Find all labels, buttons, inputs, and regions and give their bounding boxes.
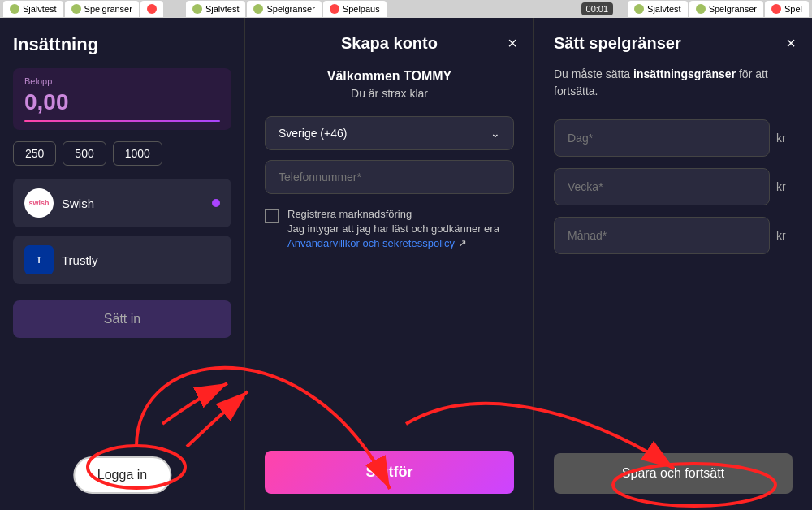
external-link-icon: ↗ — [458, 237, 467, 249]
spel-desc-part1: Du måste sätta — [554, 67, 633, 80]
belopp-label: Belopp — [24, 76, 220, 86]
swish-logo: swish — [24, 188, 54, 218]
belopp-underline — [24, 120, 220, 122]
tab-label-9: Spel — [784, 4, 802, 14]
terms-link[interactable]: Användarvillkor och sekretesspolicy — [287, 237, 455, 249]
trustly-label: Trustly — [62, 253, 97, 267]
dag-unit: kr — [776, 132, 793, 145]
tab-label-5: Spelgränser — [266, 4, 314, 14]
panel-spel-granser: Sätt spelgränser × Du måste sätta insätt… — [534, 18, 812, 510]
tab-spelpaus-2[interactable]: Spelpaus — [323, 1, 387, 17]
marketing-checkbox[interactable] — [265, 209, 279, 223]
tab-spelgranser-2[interactable]: Spelgränser — [247, 1, 321, 17]
tab-spel-3[interactable]: Spel — [765, 1, 809, 17]
spara-och-fortsatt-button[interactable]: Spara och fortsätt — [554, 453, 793, 494]
panel-skapa-konto: Skapa konto × Välkommen TOMMY Du är stra… — [245, 18, 534, 510]
tab-sjalvtest-2[interactable]: Självtest — [186, 1, 246, 17]
tab-label-4: Självtest — [205, 4, 240, 14]
skapa-konto-close-button[interactable]: × — [508, 34, 517, 53]
session-timer: 00:01 — [581, 2, 614, 15]
main-content: Insättning Belopp 0,00 250 500 1000 swis… — [0, 18, 812, 510]
amount-500[interactable]: 500 — [63, 141, 106, 166]
checkbox-text: Registrera marknadsföring Jag intygar at… — [287, 207, 514, 252]
vecka-input[interactable] — [554, 168, 770, 205]
amount-1000[interactable]: 1000 — [113, 141, 162, 166]
trustly-method[interactable]: T Trustly — [13, 236, 231, 284]
swish-selected-indicator — [212, 199, 220, 207]
satt-in-button[interactable]: Sätt in — [13, 300, 231, 338]
tab-sjalvtest-3[interactable]: Självtest — [628, 1, 688, 17]
tab-label-7: Självtest — [647, 4, 681, 14]
tab-pause-1[interactable] — [140, 1, 163, 17]
amount-250[interactable]: 250 — [13, 141, 56, 166]
vecka-unit: kr — [776, 180, 793, 193]
logga-in-button[interactable]: Logga in — [73, 456, 171, 494]
tab-label-2: Spelgränser — [84, 4, 132, 14]
tab-shield-icon-2 — [71, 4, 81, 14]
manad-limit-row: kr — [554, 217, 793, 254]
marketing-label: Registrera marknadsföring — [287, 208, 412, 220]
belopp-box: Belopp 0,00 — [13, 68, 231, 130]
spel-granser-title: Sätt spelgränser — [554, 34, 793, 53]
welcome-text: Välkommen TOMMY — [265, 69, 514, 84]
subtitle-text: Du är strax klar — [265, 87, 514, 100]
tab-shield-icon-5 — [634, 4, 644, 14]
tab-bar: Självtest Spelgränser Självtest Spelgrän… — [0, 0, 812, 18]
trustly-logo: T — [24, 245, 54, 274]
tab-spelgranser-3[interactable]: Spelgränser — [689, 1, 763, 17]
country-select[interactable]: Sverige (+46) ⌄ — [265, 116, 514, 150]
chevron-down-icon: ⌄ — [490, 127, 500, 140]
manad-unit: kr — [776, 229, 793, 242]
tab-spelgranser-1[interactable]: Spelgränser — [65, 1, 139, 17]
tab-label-1: Självtest — [23, 4, 57, 14]
tab-pause-icon-1 — [147, 4, 157, 14]
marketing-checkbox-row: Registrera marknadsföring Jag intygar at… — [265, 207, 514, 252]
slutfor-button[interactable]: Slutför — [265, 451, 514, 494]
amount-buttons: 250 500 1000 — [13, 141, 231, 166]
dag-limit-row: kr — [554, 119, 793, 157]
phone-input[interactable] — [265, 160, 514, 194]
spel-desc-bold: insättningsgränser — [633, 67, 736, 80]
tab-shield-icon-6 — [696, 4, 706, 14]
skapa-konto-title: Skapa konto — [265, 34, 514, 53]
swish-method[interactable]: swish Swish — [13, 179, 231, 227]
tab-shield-icon-4 — [253, 4, 263, 14]
panel-insattning: Insättning Belopp 0,00 250 500 1000 swis… — [0, 18, 245, 510]
spel-granser-close-button[interactable]: × — [786, 34, 796, 53]
vecka-limit-row: kr — [554, 168, 793, 205]
tab-sjalvtest-1[interactable]: Självtest — [3, 1, 63, 17]
tab-shield-icon-3 — [192, 4, 202, 14]
insattning-title: Insättning — [13, 34, 231, 55]
swish-label: Swish — [62, 197, 94, 210]
terms-intro: Jag intygar att jag har läst och godkänn… — [287, 223, 499, 235]
country-value: Sverige (+46) — [279, 127, 347, 140]
spel-description: Du måste sätta insättningsgränser för at… — [554, 66, 793, 100]
dag-input[interactable] — [554, 119, 770, 157]
tab-label-6: Spelpaus — [343, 4, 380, 14]
tab-label-8: Spelgränser — [709, 4, 757, 14]
tab-shield-icon-1 — [10, 4, 19, 14]
tab-pause-icon-2 — [330, 4, 339, 14]
tab-pause-icon-3 — [771, 4, 781, 14]
manad-input[interactable] — [554, 217, 770, 254]
belopp-value: 0,00 — [24, 89, 220, 115]
